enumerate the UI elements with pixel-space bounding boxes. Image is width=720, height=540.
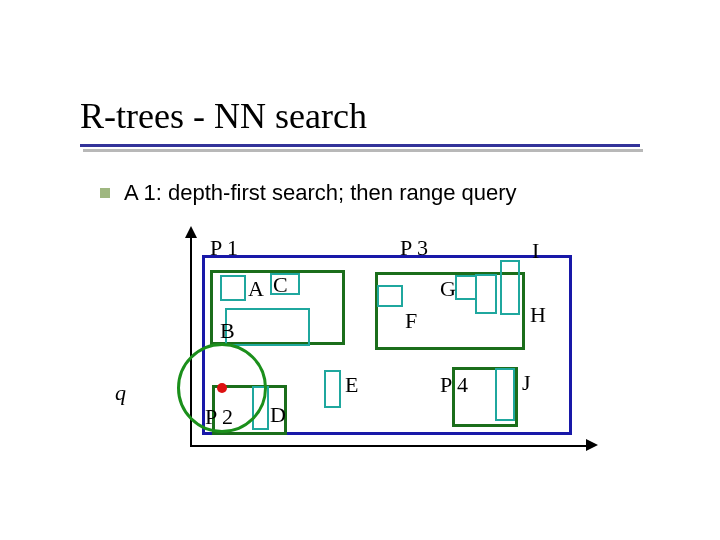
bullet-text: A 1: depth-first search; then range quer… — [124, 180, 517, 206]
label-I: I — [532, 238, 539, 264]
title-underline-shadow — [83, 149, 643, 152]
label-B: B — [220, 318, 235, 344]
title-underline — [80, 144, 640, 147]
query-point — [217, 383, 227, 393]
label-P3: P 3 — [400, 235, 428, 261]
label-C: C — [273, 272, 288, 298]
label-E: E — [345, 372, 358, 398]
label-D: D — [270, 402, 286, 428]
leaf-G — [455, 275, 477, 300]
leaf-E — [324, 370, 341, 408]
bullet-icon — [100, 188, 110, 198]
leaf-B — [225, 308, 310, 346]
label-G: G — [440, 276, 456, 302]
slide-title: R-trees - NN search — [80, 95, 367, 137]
label-H: H — [530, 302, 546, 328]
label-P2: P 2 — [205, 404, 233, 430]
label-A: A — [248, 276, 264, 302]
label-F: F — [405, 308, 417, 334]
y-axis-arrow-icon — [185, 226, 197, 238]
label-P4: P 4 — [440, 372, 468, 398]
bullet-row: A 1: depth-first search; then range quer… — [100, 180, 517, 206]
leaf-J — [495, 368, 515, 421]
label-P1: P 1 — [210, 235, 238, 261]
rtree-diagram: P 1 P 3 I A C G H B F P 2 D E P 4 J q — [150, 230, 600, 460]
leaf-A — [220, 275, 246, 301]
leaf-F — [377, 285, 403, 307]
label-q: q — [115, 380, 126, 406]
x-axis — [190, 445, 590, 447]
leaf-H — [475, 274, 497, 314]
label-J: J — [522, 370, 531, 396]
x-axis-arrow-icon — [586, 439, 598, 451]
leaf-I — [500, 260, 520, 315]
